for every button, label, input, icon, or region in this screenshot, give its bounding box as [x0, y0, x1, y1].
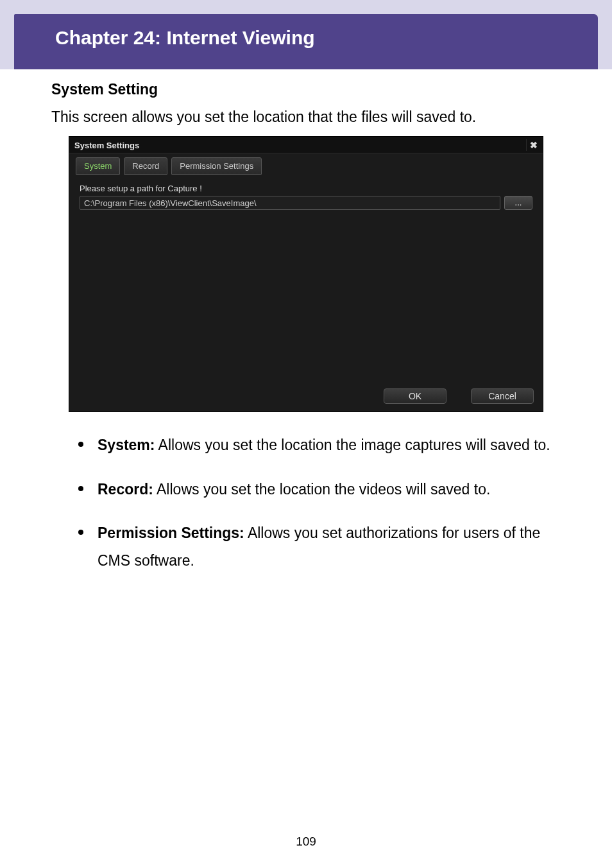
path-row: C:\Program Files (x86)\ViewClient\SaveIm…	[76, 196, 536, 210]
section-heading: System Setting	[51, 81, 561, 98]
dialog-title: System Settings	[74, 141, 139, 150]
capture-path-input[interactable]: C:\Program Files (x86)\ViewClient\SaveIm…	[80, 196, 500, 210]
bullet-desc: Allows you set the location the image ca…	[155, 437, 550, 453]
chapter-title: Chapter 24: Internet Viewing	[55, 27, 315, 48]
list-item: Permission Settings: Allows you set auth…	[51, 519, 561, 574]
dialog-spacer	[76, 210, 536, 377]
bullet-icon	[78, 486, 83, 491]
tab-permission-settings[interactable]: Permission Settings	[171, 157, 262, 175]
cancel-button[interactable]: Cancel	[471, 388, 534, 404]
page-root: { "chapter": { "title": "Chapter 24: Int…	[0, 0, 612, 868]
tab-system[interactable]: System	[76, 157, 120, 175]
system-settings-dialog: System Settings ✖ System Record Permissi…	[69, 136, 543, 412]
bullet-term: Permission Settings:	[98, 525, 244, 541]
bullet-desc: Allows you set the location the videos w…	[153, 481, 490, 498]
bullet-list: System: Allows you set the location the …	[51, 431, 561, 574]
dialog-body: System Record Permission Settings Please…	[69, 153, 543, 383]
bullet-text: Permission Settings: Allows you set auth…	[98, 519, 561, 574]
content-area: System Setting This screen allows you se…	[0, 69, 612, 574]
tabs: System Record Permission Settings	[76, 157, 536, 175]
dialog-titlebar: System Settings ✖	[69, 137, 543, 153]
bullet-text: Record: Allows you set the location the …	[98, 476, 561, 503]
bullet-icon	[78, 442, 83, 447]
page-number: 109	[0, 835, 612, 849]
tab-record[interactable]: Record	[124, 157, 167, 175]
browse-button[interactable]: ...	[504, 196, 532, 210]
close-icon[interactable]: ✖	[526, 139, 540, 151]
bullet-term: Record:	[98, 481, 153, 498]
bullet-icon	[78, 530, 83, 535]
bullet-text: System: Allows you set the location the …	[98, 431, 561, 459]
dialog-wrap: System Settings ✖ System Record Permissi…	[51, 136, 561, 412]
chapter-banner: Chapter 24: Internet Viewing	[14, 14, 598, 69]
list-item: Record: Allows you set the location the …	[51, 476, 561, 503]
section-intro: This screen allows you set the location …	[51, 107, 561, 127]
capture-path-label: Please setup a path for Capture !	[80, 184, 536, 193]
list-item: System: Allows you set the location the …	[51, 431, 561, 459]
bullet-term: System:	[98, 437, 155, 453]
ok-button[interactable]: OK	[384, 388, 446, 404]
dialog-footer: OK Cancel	[69, 383, 543, 412]
chapter-area: Chapter 24: Internet Viewing	[0, 0, 612, 69]
